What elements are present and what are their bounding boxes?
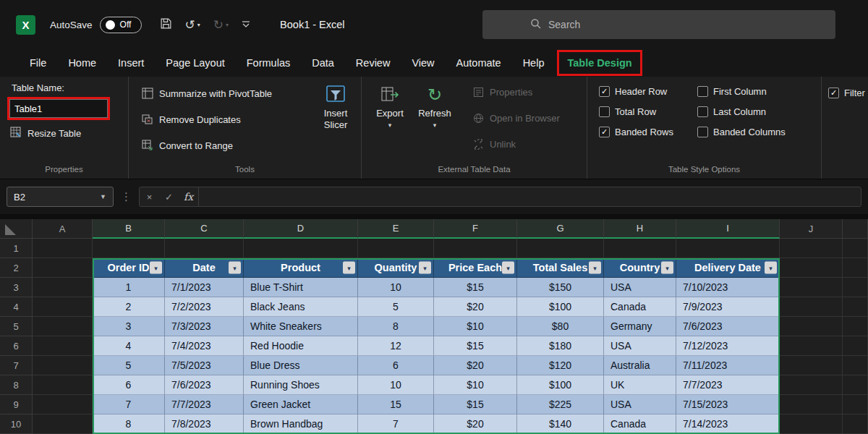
cell-C9[interactable]: 7/7/2023 [165,395,244,414]
cell-C5[interactable]: 7/3/2023 [165,317,244,336]
tab-insert[interactable]: Insert [107,49,155,77]
properties-button[interactable]: Properties [467,79,566,105]
checkbox-banded-columns[interactable]: Banded Columns [697,127,819,137]
cell-G9[interactable]: $225 [517,395,604,414]
cell-A3[interactable] [33,278,93,297]
cell-D4[interactable]: Black Jeans [244,297,358,317]
unlink-button[interactable]: Unlink [467,131,566,157]
cell-B10[interactable]: 8 [93,414,165,434]
tab-data[interactable]: Data [301,49,345,77]
cell-F2[interactable]: Price Each▾ [434,258,517,278]
cell-H4[interactable]: Canada [604,297,676,317]
excel-logo-icon[interactable]: X [16,15,35,35]
cell-E9[interactable]: 15 [358,395,434,414]
cell-K9[interactable] [843,395,868,414]
row-header-6[interactable]: 6 [0,336,33,356]
column-header-I[interactable]: I [676,219,780,239]
name-box[interactable]: B2 ▼ [7,187,114,207]
cell-J3[interactable] [780,278,843,297]
cell-E6[interactable]: 12 [358,336,434,356]
cell-K4[interactable] [843,297,868,317]
cell-G10[interactable]: $140 [517,414,604,434]
row-header-5[interactable]: 5 [0,317,33,336]
cell-A5[interactable] [33,317,93,336]
cell-I5[interactable]: 7/6/2023 [676,317,780,336]
cell-K8[interactable] [843,375,868,395]
cell-G5[interactable]: $80 [517,317,604,336]
row-header-2[interactable]: 2 [0,258,33,278]
filter-dropdown-button[interactable]: ▾ [589,262,601,274]
row-header-10[interactable]: 10 [0,414,33,434]
cell-G8[interactable]: $100 [517,375,604,395]
cell-H1[interactable] [604,239,676,258]
cell-C4[interactable]: 7/2/2023 [165,297,244,317]
cell-H3[interactable]: USA [604,278,676,297]
cell-C10[interactable]: 7/8/2023 [165,414,244,434]
cell-I4[interactable]: 7/9/2023 [676,297,780,317]
cell-I10[interactable]: 7/14/2023 [676,414,780,434]
cell-I3[interactable]: 7/10/2023 [676,278,780,297]
redo-button[interactable]: ↻ ▾ [208,16,234,34]
filter-dropdown-button[interactable]: ▾ [229,262,241,274]
tab-review[interactable]: Review [345,49,401,77]
cell-J7[interactable] [780,356,843,375]
cell-J2[interactable] [780,258,843,278]
cell-A10[interactable] [33,414,93,434]
cell-C2[interactable]: Date▾ [165,258,244,278]
cell-K5[interactable] [843,317,868,336]
cell-B6[interactable]: 4 [93,336,165,356]
filter-dropdown-button[interactable]: ▾ [765,262,777,274]
tab-view[interactable]: View [401,49,445,77]
cell-H5[interactable]: Germany [604,317,676,336]
cell-D2[interactable]: Product▾ [244,258,358,278]
customize-toolbar-button[interactable] [237,15,255,34]
tab-page-layout[interactable]: Page Layout [155,49,235,77]
cell-E2[interactable]: Quantity▾ [358,258,434,278]
checkbox-filter[interactable]: ✓ Filter [828,88,868,98]
cell-G2[interactable]: Total Sales▾ [517,258,604,278]
tab-file[interactable]: File [19,49,57,77]
cell-F8[interactable]: $10 [434,375,517,395]
column-header-blank[interactable] [843,219,868,239]
cell-H10[interactable]: Canada [604,414,676,434]
tab-help[interactable]: Help [512,49,556,77]
checkbox-first-column[interactable]: First Column [697,86,819,97]
cell-I6[interactable]: 7/12/2023 [676,336,780,356]
cell-H8[interactable]: UK [604,375,676,395]
cell-E10[interactable]: 7 [358,414,434,434]
undo-button[interactable]: ↺ ▾ [180,16,205,34]
export-button[interactable]: Export ▾ [367,77,412,164]
cell-F5[interactable]: $10 [434,317,517,336]
checkbox-last-column[interactable]: Last Column [697,106,819,117]
cell-C7[interactable]: 7/5/2023 [165,356,244,375]
filter-dropdown-button[interactable]: ▾ [661,262,673,274]
cell-E3[interactable]: 10 [358,278,434,297]
cell-H6[interactable]: USA [604,336,676,356]
cell-A6[interactable] [33,336,93,356]
cell-J5[interactable] [780,317,843,336]
cell-I2[interactable]: Delivery Date▾ [676,258,780,278]
cell-A8[interactable] [33,375,93,395]
remove-duplicates-button[interactable]: Remove Duplicates [136,106,307,132]
cell-F9[interactable]: $15 [434,395,517,414]
enter-button[interactable]: ✓ [159,192,179,203]
cell-F3[interactable]: $15 [434,278,517,297]
column-header-B[interactable]: B [93,219,165,239]
cell-J9[interactable] [780,395,843,414]
cell-F4[interactable]: $20 [434,297,517,317]
tab-home[interactable]: Home [57,49,107,77]
cell-D3[interactable]: Blue T-Shirt [244,278,358,297]
cell-C6[interactable]: 7/4/2023 [165,336,244,356]
filter-dropdown-button[interactable]: ▾ [343,262,355,274]
cancel-button[interactable]: × [140,192,159,203]
cell-I9[interactable]: 7/15/2023 [676,395,780,414]
cell-C3[interactable]: 7/1/2023 [165,278,244,297]
cell-G3[interactable]: $150 [517,278,604,297]
cell-F7[interactable]: $20 [434,356,517,375]
column-header-C[interactable]: C [165,219,244,239]
column-header-F[interactable]: F [434,219,517,239]
column-header-J[interactable]: J [780,219,843,239]
cell-B3[interactable]: 1 [93,278,165,297]
cell-F6[interactable]: $15 [434,336,517,356]
cell-B8[interactable]: 6 [93,375,165,395]
